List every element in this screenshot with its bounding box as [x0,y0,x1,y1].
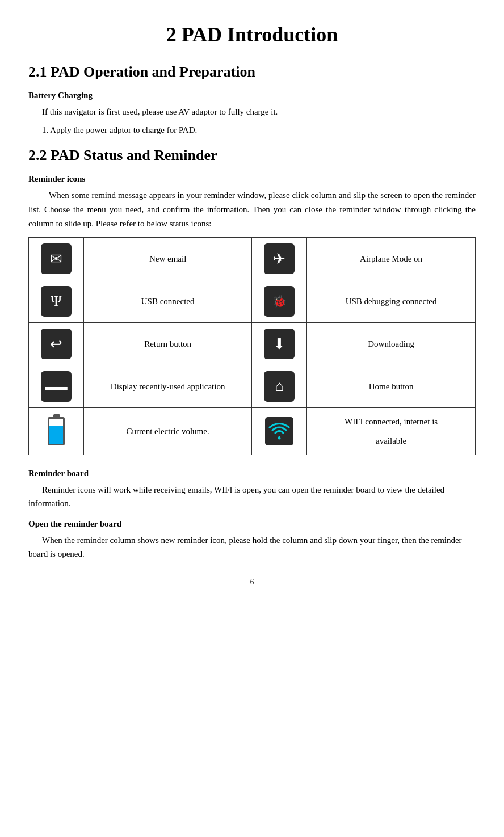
label-downloading: Downloading [307,323,476,365]
battery-fill [49,426,63,444]
reminder-board-heading: Reminder board [28,469,476,478]
label-new-email: New email [83,238,252,280]
return-icon: ↩ [41,329,72,359]
label-recent-apps: Display recently-used application [83,365,252,408]
icon-cell-home: ⌂ [252,365,307,408]
usb-icon-symbol: Ψ [51,293,61,310]
icon-cell-download: ⬇ [252,323,307,365]
airplane-icon-symbol: ✈ [273,250,285,268]
icon-cell-return: ↩ [29,323,84,365]
label-usb-connected: USB connected [83,280,252,323]
usb-debug-icon: 🐞 [264,286,295,317]
reminder-board-text: Reminder icons will work while receiving… [28,483,476,510]
label-home-button: Home button [307,365,476,408]
airplane-icon: ✈ [264,243,295,274]
app-switch-icon-symbol: ▬▬ [45,380,67,393]
label-usb-debug: USB debugging connected [307,280,476,323]
icon-cell-usbdbg: 🐞 [252,280,307,323]
section-2-2: 2.2 PAD Status and Reminder Reminder ico… [28,147,476,561]
table-row: ↩ Return button ⬇ Downloading [29,323,476,365]
icon-cell-email: ✉ [29,238,84,280]
battery-icon [48,417,65,445]
home-icon: ⌂ [264,371,295,402]
battery-icon-wrapper [37,414,75,449]
download-icon: ⬇ [264,329,295,359]
open-reminder-heading: Open the reminder board [28,519,476,529]
icon-cell-usb: Ψ [29,280,84,323]
email-icon: ✉ [41,243,72,274]
home-icon-symbol: ⌂ [275,378,284,395]
label-return-button: Return button [83,323,252,365]
section-2-1-heading: 2.1 PAD Operation and Preparation [28,64,476,81]
table-row: Ψ USB connected 🐞 USB debugging connecte… [29,280,476,323]
svg-point-1 [278,437,281,440]
reminder-intro: When some remind message appears in your… [28,188,476,230]
status-icons-table: ✉ New email ✈ Airplane Mode on Ψ USB con… [28,237,476,455]
table-row: ✉ New email ✈ Airplane Mode on [29,238,476,280]
battery-charging-subheading: Battery Charging [28,91,476,100]
table-row: Current electric volume. WIFI connected,… [29,408,476,455]
usb-debug-icon-symbol: 🐞 [272,295,287,308]
reminder-icons-subheading: Reminder icons [28,174,476,184]
usb-icon: Ψ [41,286,72,317]
icon-cell-appswitch: ▬▬ [29,365,84,408]
app-switch-icon: ▬▬ [41,371,72,402]
open-reminder-text: When the reminder column shows new remin… [28,533,476,561]
icon-cell-battery [29,408,84,455]
battery-para2: 1. Apply the power adptor to charge for … [28,123,476,137]
icon-cell-airplane: ✈ [252,238,307,280]
page-number: 6 [28,578,476,587]
download-icon-symbol: ⬇ [273,335,285,353]
wifi-icon-wrapper [260,415,299,448]
label-wifi: WIFI connected, internet is available [307,408,476,455]
battery-para1: If this navigator is first used, please … [28,105,476,119]
label-airplane-mode: Airplane Mode on [307,238,476,280]
return-icon-symbol: ↩ [50,335,62,353]
section-2-1: 2.1 PAD Operation and Preparation Batter… [28,64,476,137]
section-2-2-heading: 2.2 PAD Status and Reminder [28,147,476,164]
email-icon-symbol: ✉ [50,250,62,268]
table-row: ▬▬ Display recently-used application ⌂ H… [29,365,476,408]
page-title: 2 PAD Introduction [28,23,476,47]
label-battery: Current electric volume. [83,408,252,455]
icon-cell-wifi [252,408,307,455]
reminder-board-section: Reminder board Reminder icons will work … [28,469,476,561]
wifi-icon [265,417,293,445]
